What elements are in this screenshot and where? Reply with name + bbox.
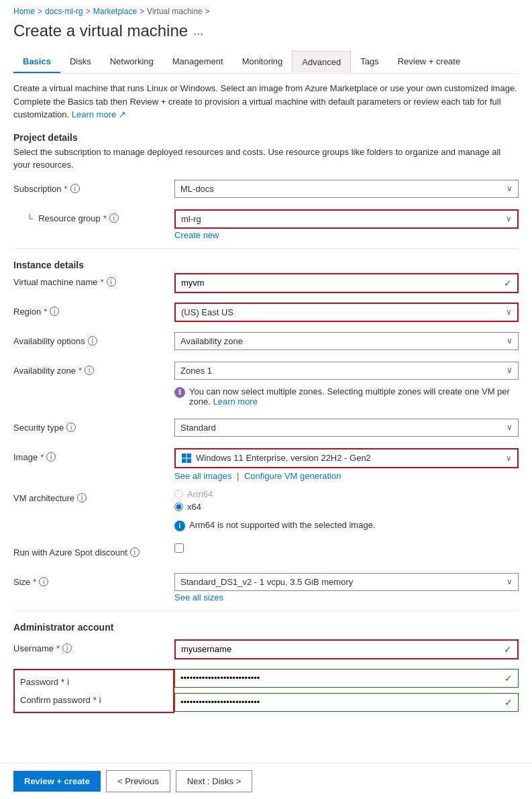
subscription-control: ML-docs ∨ (174, 180, 519, 198)
zones-info-box: ℹ You can now select multiple zones. Sel… (174, 382, 519, 411)
bottom-bar: Review + create < Previous Next : Disks … (0, 763, 532, 799)
vm-name-info-icon[interactable]: i (107, 277, 116, 286)
confirm-password-label-row: Confirm password * i (20, 691, 168, 709)
zones-learn-more-link[interactable]: Learn more (213, 396, 257, 407)
confirm-password-valid-icon: ✓ (504, 697, 513, 708)
security-type-dropdown[interactable]: Standard ∨ (174, 419, 519, 437)
resource-group-dropdown[interactable]: ml-rg ∨ (174, 209, 519, 229)
tab-tags[interactable]: Tags (351, 51, 388, 73)
next-button[interactable]: Next : Disks > (176, 770, 253, 792)
arch-arm64-radio[interactable] (174, 490, 183, 498)
breadcrumb-marketplace[interactable]: Marketplace (93, 7, 137, 16)
resource-group-row: Resource group * i ml-rg ∨ Create new (13, 209, 519, 240)
security-type-label: Security type i (13, 419, 174, 433)
username-input-wrapper: ✓ (174, 639, 519, 659)
admin-account-header: Administrator account (13, 622, 519, 633)
availability-options-info-icon[interactable]: i (88, 336, 97, 345)
tab-disks[interactable]: Disks (60, 51, 101, 73)
subscription-dropdown[interactable]: ML-docs ∨ (174, 180, 519, 198)
availability-options-arrow: ∨ (507, 336, 513, 345)
review-create-button[interactable]: Review + create (13, 771, 101, 792)
subscription-dropdown-arrow: ∨ (507, 184, 513, 193)
availability-zone-info-icon[interactable]: i (85, 366, 94, 375)
availability-zone-dropdown[interactable]: Zones 1 ∨ (174, 362, 519, 380)
page-description: Create a virtual machine that runs Linux… (13, 82, 519, 121)
subscription-info-icon[interactable]: i (70, 184, 80, 193)
vm-architecture-info-icon[interactable]: i (77, 493, 87, 502)
configure-vm-link[interactable]: Configure VM generation (244, 471, 341, 481)
arch-x64-item: x64 (174, 502, 519, 512)
size-row: Size * i Standard_DS1_v2 - 1 vcpu, 3.5 G… (13, 573, 519, 602)
password-info-icon[interactable]: i (67, 677, 69, 687)
vm-architecture-control: Arm64 x64 i Arm64 is not supported with … (174, 489, 519, 535)
project-details-header: Project details (13, 132, 519, 143)
vm-name-input-wrapper: ✓ (174, 273, 519, 293)
vm-architecture-radio-group: Arm64 x64 (174, 489, 519, 512)
svg-rect-1 (187, 454, 192, 458)
confirm-password-input-wrapper: ✓ (174, 693, 519, 712)
arch-x64-radio[interactable] (174, 502, 183, 511)
breadcrumb-rg[interactable]: docs-ml-rg (45, 7, 83, 16)
zones-info-icon: ℹ (174, 387, 185, 398)
tab-basics[interactable]: Basics (13, 51, 60, 73)
size-info-icon[interactable]: i (39, 577, 48, 586)
windows-icon (181, 453, 192, 464)
region-info-icon[interactable]: i (50, 307, 59, 316)
breadcrumb-current: Virtual machine (147, 7, 203, 16)
create-new-link[interactable]: Create new (174, 230, 519, 240)
vm-name-input[interactable] (181, 278, 504, 288)
previous-button[interactable]: < Previous (106, 770, 170, 792)
availability-options-row: Availability options i Availability zone… (13, 332, 519, 354)
username-valid-icon: ✓ (504, 644, 512, 655)
image-control: Windows 11 Enterprise, version 22H2 - Ge… (174, 448, 519, 481)
tab-advanced[interactable]: Advanced (292, 51, 351, 73)
size-label: Size * i (13, 573, 174, 587)
confirm-password-input[interactable] (180, 697, 504, 707)
image-label: Image * i (13, 448, 174, 462)
image-dropdown[interactable]: Windows 11 Enterprise, version 22H2 - Ge… (174, 448, 519, 468)
confirm-password-info-icon[interactable]: i (99, 695, 101, 705)
password-inputs-group: ✓ ✓ (174, 669, 519, 713)
size-dropdown[interactable]: Standard_DS1_v2 - 1 vcpu, 3.5 GiB memory… (174, 573, 519, 591)
page-title: Create a virtual machine (13, 21, 188, 40)
spot-discount-info-icon[interactable]: i (130, 547, 140, 557)
region-dropdown[interactable]: (US) East US ∨ (174, 303, 519, 322)
page-title-dots[interactable]: ... (193, 24, 203, 38)
username-input[interactable] (181, 644, 504, 654)
see-all-sizes-link[interactable]: See all sizes (174, 592, 519, 602)
subscription-row: Subscription * i ML-docs ∨ (13, 180, 519, 201)
password-input[interactable] (180, 673, 504, 683)
resource-group-info-icon[interactable]: i (109, 213, 119, 223)
learn-more-link-desc[interactable]: Learn more ↗ (72, 109, 126, 119)
breadcrumb: Home > docs-ml-rg > Marketplace > Virtua… (13, 7, 519, 16)
vm-name-control: ✓ (174, 273, 519, 293)
spot-discount-row: Run with Azure Spot discount i (13, 543, 519, 565)
availability-options-control: Availability zone ∨ (174, 332, 519, 350)
image-dropdown-arrow: ∨ (506, 454, 512, 463)
username-info-icon[interactable]: i (62, 643, 72, 653)
availability-options-dropdown[interactable]: Availability zone ∨ (174, 332, 519, 350)
instance-details-header: Instance details (13, 260, 519, 270)
spot-discount-checkbox[interactable] (174, 543, 184, 553)
breadcrumb-home[interactable]: Home (13, 7, 35, 16)
image-row: Image * i Windows 11 Enterprise, version… (13, 448, 519, 481)
password-labels-box: Password * i Confirm password * i (13, 669, 174, 713)
see-all-images-link[interactable]: See all images (174, 471, 231, 481)
username-control: ✓ (174, 639, 519, 659)
tab-monitoring[interactable]: Monitoring (233, 51, 292, 73)
username-label: Username * i (13, 639, 174, 653)
tab-management[interactable]: Management (163, 51, 233, 73)
tab-review-create[interactable]: Review + create (388, 51, 470, 73)
image-info-icon[interactable]: i (46, 452, 56, 462)
arch-info-box: i Arm64 is not supported with the select… (174, 516, 519, 535)
resource-group-dropdown-arrow: ∨ (506, 214, 512, 223)
svg-rect-3 (187, 458, 192, 463)
project-details-desc: Select the subscription to manage deploy… (13, 146, 519, 172)
availability-zone-label: Availability zone * i (13, 362, 174, 376)
svg-rect-2 (182, 458, 187, 463)
tab-networking[interactable]: Networking (101, 51, 163, 73)
security-type-info-icon[interactable]: i (66, 423, 76, 432)
vm-name-valid-icon: ✓ (504, 278, 512, 288)
region-label: Region * i (13, 303, 174, 317)
tab-bar: Basics Disks Networking Management Monit… (13, 51, 519, 74)
